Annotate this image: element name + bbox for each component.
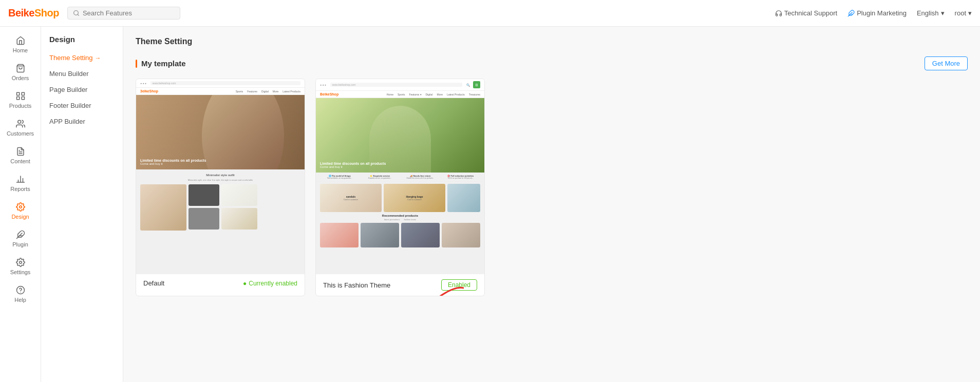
mock-fashion-rec-row: [320, 223, 480, 247]
sidebar-label-reports: Reports: [10, 186, 30, 192]
help-icon: [16, 285, 25, 295]
sidebar-label-settings: Settings: [10, 269, 31, 275]
customers-icon: [16, 119, 25, 128]
svg-point-16: [19, 206, 22, 208]
main-layout: Home Orders Products Customers: [0, 27, 980, 382]
sidebar-item-design[interactable]: Design: [0, 197, 41, 225]
user-menu[interactable]: root ▾: [955, 9, 972, 17]
app-builder-label: APP Builder: [49, 118, 85, 125]
footer-builder-label: Footer Builder: [49, 102, 91, 109]
nav-item-page-builder[interactable]: Page Builder: [41, 82, 123, 98]
section-header: My template Get More: [136, 56, 968, 70]
header-right: Technical Support Plugin Marketing Engli…: [775, 9, 972, 17]
mock-feature-1: 🌐 The world of things View worldwide, we…: [320, 175, 360, 179]
mock-fashion-prod-1: sandals Cool in summer: [320, 184, 382, 212]
user-arrow: ▾: [968, 9, 972, 17]
svg-point-19: [19, 261, 22, 264]
svg-line-1: [78, 14, 79, 15]
sidebar-label-design: Design: [11, 214, 29, 220]
language-selector[interactable]: English ▾: [917, 9, 945, 17]
sidebar-label-customers: Customers: [7, 130, 34, 137]
search-bar[interactable]: [67, 7, 180, 20]
sidebar-item-plugin[interactable]: Plugin: [0, 225, 41, 253]
technical-support-link[interactable]: Technical Support: [775, 9, 837, 17]
nav-item-app-builder[interactable]: APP Builder: [41, 113, 123, 129]
sidebar-item-customers[interactable]: Customers: [0, 114, 41, 142]
mock-fashion-prod-3: [447, 184, 480, 212]
mock-products-fashion: sandals Cool in summer Hanging bags Cool…: [316, 182, 484, 252]
mock-fashion-product-row-1: sandals Cool in summer Hanging bags Cool…: [320, 184, 480, 212]
mock-hero-fashion: Limited time discounts on all products C…: [316, 98, 484, 173]
page-title: Theme Setting: [136, 37, 968, 46]
mock-product-grid-default: [140, 184, 300, 231]
theme-card-fashion: ● ● ● www.beikeshop.com 🔍 B BeikeShop Ho…: [315, 79, 485, 296]
section-label: My template: [136, 59, 186, 68]
headset-icon: [775, 10, 782, 17]
mock-rec-prod-1: [320, 223, 359, 247]
sidebar-label-orders: Orders: [12, 75, 29, 81]
user-label: root: [955, 9, 966, 17]
mock-browser-bar-default: ● ● ● www.beikeshop.com: [136, 79, 305, 88]
page-builder-label: Page Builder: [49, 86, 87, 93]
svg-rect-6: [22, 92, 24, 95]
mock-fashion-prod-2: Hanging bags Cool in summer: [384, 184, 445, 212]
sidebar-label-products: Products: [9, 103, 31, 109]
theme-grid: ● ● ● www.beikeshop.com 3eikeShop Sports…: [136, 79, 968, 296]
mock-product-img-2: [189, 184, 219, 206]
nav-item-footer-builder[interactable]: Footer Builder: [41, 98, 123, 113]
mock-feature-4: 🎯 Full reduction activities Full of our …: [441, 175, 481, 179]
svg-rect-7: [22, 97, 24, 100]
sidebar-item-help[interactable]: Help: [0, 280, 41, 308]
search-icon: [73, 10, 80, 16]
search-input[interactable]: [83, 9, 175, 17]
logo: BeikeShop: [8, 7, 59, 19]
svg-point-9: [17, 120, 21, 123]
nav-item-menu-builder[interactable]: Menu Builder: [41, 66, 123, 82]
plugin-marketing-label: Plugin Marketing: [857, 9, 907, 17]
sidebar-label-content: Content: [10, 158, 30, 164]
sidebar-item-settings[interactable]: Settings: [0, 253, 41, 280]
main-content: Theme Setting My template Get More ● ● ●…: [123, 27, 980, 382]
mock-products-default: Minimalist style outfit Minimalist style…: [136, 169, 305, 235]
get-more-button[interactable]: Get More: [925, 56, 968, 70]
mock-feature-3: 🚚 Hassle-free return Hassle free returns…: [401, 175, 440, 179]
sidebar-item-reports[interactable]: Reports: [0, 169, 41, 197]
theme-setting-label: Theme Setting: [49, 54, 93, 62]
plugin-icon: [847, 10, 855, 17]
currently-enabled-badge: Currently enabled: [243, 280, 297, 287]
mock-hero-default: Limited time discounts on all products C…: [136, 95, 305, 169]
mock-nav-default: 3eikeShop Sports Features Digital More L…: [136, 88, 305, 95]
mock-product-img-4: [189, 208, 219, 230]
settings-icon: [16, 258, 25, 267]
sidebar-item-home[interactable]: Home: [0, 31, 41, 59]
menu-builder-label: Menu Builder: [49, 70, 89, 78]
mock-product-img-3: [221, 184, 257, 206]
home-icon: [16, 36, 25, 45]
nav-item-theme-setting[interactable]: Theme Setting →: [41, 50, 123, 66]
language-arrow: ▾: [941, 9, 945, 17]
mock-product-img-1: [140, 184, 186, 231]
logo-shop: Shop: [34, 7, 59, 18]
logo-beike: Beike: [8, 7, 34, 18]
mock-rec-prod-3: [401, 223, 440, 247]
mock-features-row: 🌐 The world of things View worldwide, we…: [316, 173, 484, 182]
theme-name-default: Default: [143, 279, 164, 287]
sidebar-label-help: Help: [14, 297, 26, 303]
theme-preview-fashion: ● ● ● www.beikeshop.com 🔍 B BeikeShop Ho…: [316, 79, 484, 274]
mock-rec-prod-2: [361, 223, 399, 247]
mock-products-title-default: Minimalist style outfit: [140, 174, 300, 177]
theme-setting-arrow: →: [95, 54, 101, 62]
sidebar-label-home: Home: [13, 47, 28, 53]
plugin-marketing-link[interactable]: Plugin Marketing: [847, 9, 907, 17]
svg-rect-8: [16, 97, 19, 100]
theme-preview-default: ● ● ● www.beikeshop.com 3eikeShop Sports…: [136, 79, 305, 274]
header: BeikeShop Technical Support Plugin Marke…: [0, 0, 980, 27]
mock-feature-2: ⭐ Exquisite service Exquisite service, w…: [361, 175, 400, 179]
sidebar-item-orders[interactable]: Orders: [0, 59, 41, 86]
design-section-title: Design: [41, 35, 123, 50]
sidebar-item-products[interactable]: Products: [0, 86, 41, 114]
theme-card-default: ● ● ● www.beikeshop.com 3eikeShop Sports…: [136, 79, 305, 296]
sidebar-item-content[interactable]: Content: [0, 142, 41, 169]
mock-browser-bar-fashion: ● ● ● www.beikeshop.com 🔍 B: [316, 79, 484, 91]
content-icon: [16, 147, 25, 156]
